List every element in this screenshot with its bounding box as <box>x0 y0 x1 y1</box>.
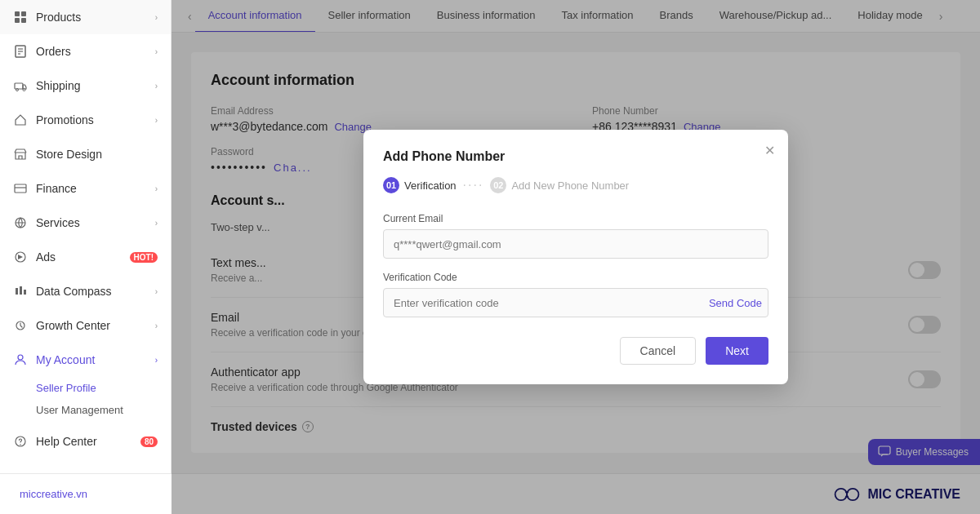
shipping-icon <box>13 78 28 93</box>
step-2-number: 02 <box>490 177 506 193</box>
sidebar-item-growth-center-label: Growth Center <box>36 319 110 332</box>
sidebar-item-help-center-label: Help Center <box>36 435 97 448</box>
current-email-group: Current Email <box>383 213 768 259</box>
step-separator: ···· <box>463 178 484 193</box>
sidebar-item-data-compass-label: Data Compass <box>36 285 112 298</box>
current-email-input[interactable] <box>383 229 768 259</box>
sidebar-item-promotions-label: Promotions <box>36 113 94 126</box>
svg-rect-11 <box>15 184 26 193</box>
svg-rect-16 <box>20 286 22 295</box>
sidebar-item-my-account-label: My Account <box>36 353 95 366</box>
chevron-icon: › <box>155 219 158 228</box>
sidebar-item-products[interactable]: Products › <box>0 0 171 34</box>
verification-code-label: Verification Code <box>383 272 768 283</box>
orders-icon <box>13 44 28 59</box>
verification-code-group: Verification Code Send Code <box>383 272 768 317</box>
next-button[interactable]: Next <box>706 337 768 365</box>
verification-row: Send Code <box>383 288 768 317</box>
main-area: ‹ Account information Seller information… <box>172 0 980 514</box>
svg-point-19 <box>18 355 23 360</box>
sidebar-item-ads-label: Ads <box>36 250 56 264</box>
cancel-button[interactable]: Cancel <box>620 337 697 365</box>
sidebar-item-ads[interactable]: Ads HOT! <box>0 240 171 274</box>
chevron-icon: › <box>155 287 158 296</box>
modal-close-button[interactable]: ✕ <box>764 143 775 158</box>
help-center-badge: 80 <box>140 436 158 447</box>
svg-point-21 <box>20 444 21 445</box>
finance-icon <box>13 181 28 196</box>
svg-point-9 <box>16 89 19 91</box>
data-compass-icon <box>13 284 28 299</box>
current-email-label: Current Email <box>383 213 768 224</box>
step-1-label: Verification <box>404 179 457 192</box>
store-design-icon <box>13 147 28 162</box>
sidebar-item-services[interactable]: Services › <box>0 206 171 240</box>
ads-badge: HOT! <box>130 252 158 263</box>
chevron-icon: › <box>155 82 158 91</box>
step-2-label: Add New Phone Number <box>511 179 629 192</box>
chevron-icon: › <box>155 47 158 56</box>
modal-overlay: Add Phone Number ✕ 01 Verification ···· … <box>172 0 980 514</box>
step-1-number: 01 <box>383 177 399 193</box>
promotions-icon <box>13 113 28 127</box>
svg-rect-2 <box>15 18 20 23</box>
sidebar-item-help-center[interactable]: Help Center 80 <box>0 424 171 459</box>
sidebar-item-my-account[interactable]: My Account › <box>0 343 171 377</box>
sidebar-item-shipping[interactable]: Shipping › <box>0 69 171 103</box>
sidebar-item-data-compass[interactable]: Data Compass › <box>0 274 171 308</box>
growth-center-icon <box>13 318 28 333</box>
sidebar-item-orders[interactable]: Orders › <box>0 34 171 69</box>
chevron-icon: › <box>155 321 158 330</box>
chevron-up-icon: › <box>155 356 158 365</box>
sidebar-sub-seller-profile[interactable]: Seller Profile <box>0 377 171 399</box>
products-icon <box>13 10 28 24</box>
add-phone-modal: Add Phone Number ✕ 01 Verification ···· … <box>363 130 788 384</box>
sidebar-item-store-design-label: Store Design <box>36 148 102 161</box>
svg-rect-1 <box>21 11 26 16</box>
chevron-icon: › <box>155 184 158 193</box>
sidebar-item-orders-label: Orders <box>36 45 71 58</box>
chevron-icon: › <box>155 13 158 22</box>
modal-title: Add Phone Number <box>383 149 768 164</box>
help-center-icon <box>13 434 28 449</box>
step-2: 02 Add New Phone Number <box>490 177 629 193</box>
svg-rect-8 <box>15 83 23 89</box>
sidebar-item-services-label: Services <box>36 216 80 229</box>
sidebar-item-finance[interactable]: Finance › <box>0 171 171 206</box>
svg-rect-15 <box>16 288 18 295</box>
send-code-button[interactable]: Send Code <box>709 297 762 309</box>
modal-actions: Cancel Next <box>383 337 768 365</box>
website-link[interactable]: miccreative.vn <box>20 488 87 500</box>
svg-rect-17 <box>24 290 26 295</box>
sidebar-sub-user-management[interactable]: User Management <box>0 399 171 421</box>
my-account-icon <box>13 352 28 367</box>
sidebar-item-shipping-label: Shipping <box>36 79 81 92</box>
services-icon <box>13 215 28 230</box>
sidebar: Products › Orders › Shipping › Promotion… <box>0 0 172 473</box>
step-bar: 01 Verification ···· 02 Add New Phone Nu… <box>383 177 768 193</box>
sidebar-item-products-label: Products <box>36 11 81 24</box>
svg-rect-3 <box>21 18 26 23</box>
sidebar-item-promotions[interactable]: Promotions › <box>0 103 171 137</box>
svg-point-10 <box>23 89 25 91</box>
sidebar-item-store-design[interactable]: Store Design <box>0 137 171 171</box>
svg-rect-0 <box>15 11 20 16</box>
chevron-icon: › <box>155 116 158 125</box>
step-1: 01 Verification <box>383 177 457 193</box>
ads-icon <box>13 250 28 264</box>
sidebar-item-finance-label: Finance <box>36 182 77 195</box>
sidebar-item-growth-center[interactable]: Growth Center › <box>0 308 171 343</box>
